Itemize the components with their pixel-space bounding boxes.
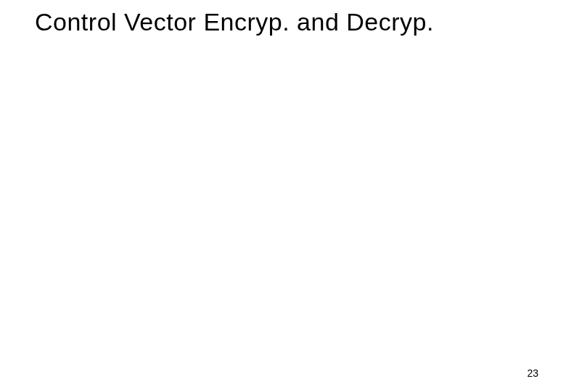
slide-container: Control Vector Encryp. and Decryp. 23 [0,0,566,392]
slide-title: Control Vector Encryp. and Decryp. [35,7,551,37]
page-number: 23 [527,367,538,379]
